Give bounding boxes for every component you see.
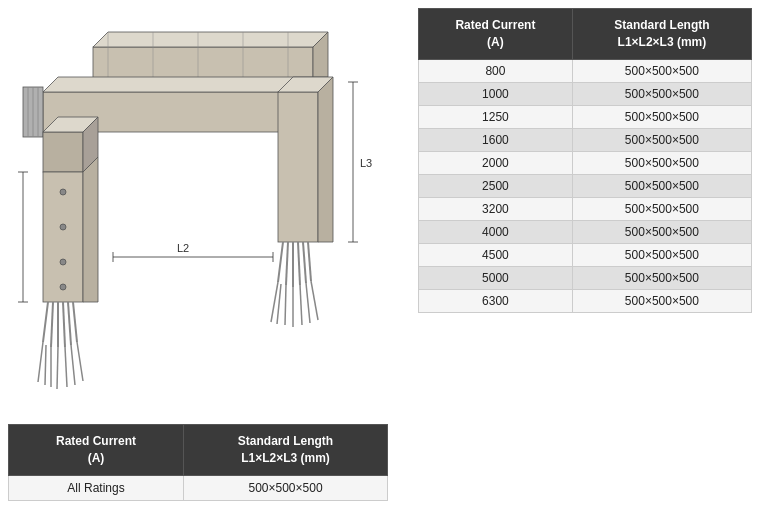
- top-table-length-cell: 500×500×500: [572, 174, 751, 197]
- top-table-length-cell: 500×500×500: [572, 220, 751, 243]
- top-table-length-cell: 500×500×500: [572, 266, 751, 289]
- top-section: L2 L3 L1 Rated Current(A) Standard L: [8, 8, 752, 416]
- bottom-table-area: Rated Current(A) Standard LengthL1×L2×L3…: [8, 424, 388, 501]
- svg-marker-1: [93, 32, 328, 47]
- diagram-area: L2 L3 L1: [8, 8, 408, 416]
- top-table-col2-header: Standard LengthL1×L2×L3 (mm): [572, 9, 751, 60]
- top-table-current-cell: 4500: [419, 243, 573, 266]
- top-table-length-cell: 500×500×500: [572, 128, 751, 151]
- bottom-table-length-cell: 500×500×500: [184, 476, 388, 501]
- svg-marker-21: [83, 157, 98, 302]
- svg-line-42: [298, 242, 300, 285]
- svg-line-37: [71, 345, 75, 385]
- svg-line-35: [57, 347, 58, 389]
- svg-line-43: [303, 242, 306, 283]
- svg-line-32: [38, 342, 43, 382]
- svg-line-45: [271, 282, 278, 322]
- top-table-area: Rated Current(A) Standard LengthL1×L2×L3…: [418, 8, 752, 416]
- bottom-table-current-cell: All Ratings: [9, 476, 184, 501]
- top-table-current-cell: 1600: [419, 128, 573, 151]
- bottom-table: Rated Current(A) Standard LengthL1×L2×L3…: [8, 424, 388, 501]
- svg-line-51: [311, 281, 318, 320]
- svg-point-24: [60, 259, 66, 265]
- svg-line-30: [68, 302, 71, 345]
- svg-line-29: [63, 302, 65, 347]
- svg-point-22: [60, 189, 66, 195]
- top-table-length-cell: 500×500×500: [572, 289, 751, 312]
- top-table-current-cell: 4000: [419, 220, 573, 243]
- top-table-length-cell: 500×500×500: [572, 197, 751, 220]
- svg-line-38: [77, 342, 83, 381]
- svg-point-23: [60, 224, 66, 230]
- svg-line-46: [277, 284, 281, 324]
- svg-line-40: [286, 242, 288, 285]
- svg-rect-14: [278, 92, 318, 242]
- top-table-current-cell: 1000: [419, 82, 573, 105]
- top-table-current-cell: 3200: [419, 197, 573, 220]
- top-table-col1-header: Rated Current(A): [419, 9, 573, 60]
- svg-line-27: [51, 302, 53, 347]
- svg-line-33: [45, 345, 46, 385]
- svg-line-49: [300, 285, 302, 325]
- top-table-current-cell: 800: [419, 59, 573, 82]
- bottom-table-col1-header: Rated Current(A): [9, 425, 184, 476]
- svg-text:L3: L3: [360, 157, 372, 169]
- top-table-length-cell: 500×500×500: [572, 82, 751, 105]
- svg-line-47: [285, 285, 286, 325]
- top-table-current-cell: 2500: [419, 174, 573, 197]
- svg-line-50: [306, 283, 310, 323]
- top-table-current-cell: 6300: [419, 289, 573, 312]
- svg-text:L2: L2: [177, 242, 189, 254]
- top-table-length-cell: 500×500×500: [572, 151, 751, 174]
- svg-marker-15: [318, 77, 333, 242]
- top-table-current-cell: 2000: [419, 151, 573, 174]
- top-table-length-cell: 500×500×500: [572, 243, 751, 266]
- top-table-length-cell: 500×500×500: [572, 59, 751, 82]
- top-table-length-cell: 500×500×500: [572, 105, 751, 128]
- svg-line-31: [73, 302, 77, 342]
- svg-rect-17: [43, 132, 83, 172]
- top-table: Rated Current(A) Standard LengthL1×L2×L3…: [418, 8, 752, 313]
- main-container: L2 L3 L1 Rated Current(A) Standard L: [0, 0, 760, 509]
- svg-line-44: [308, 242, 311, 281]
- top-table-current-cell: 1250: [419, 105, 573, 128]
- svg-line-26: [43, 302, 48, 342]
- svg-line-39: [278, 242, 283, 282]
- svg-line-36: [65, 347, 67, 387]
- bottom-table-col2-header: Standard LengthL1×L2×L3 (mm): [184, 425, 388, 476]
- top-table-current-cell: 5000: [419, 266, 573, 289]
- svg-point-25: [60, 284, 66, 290]
